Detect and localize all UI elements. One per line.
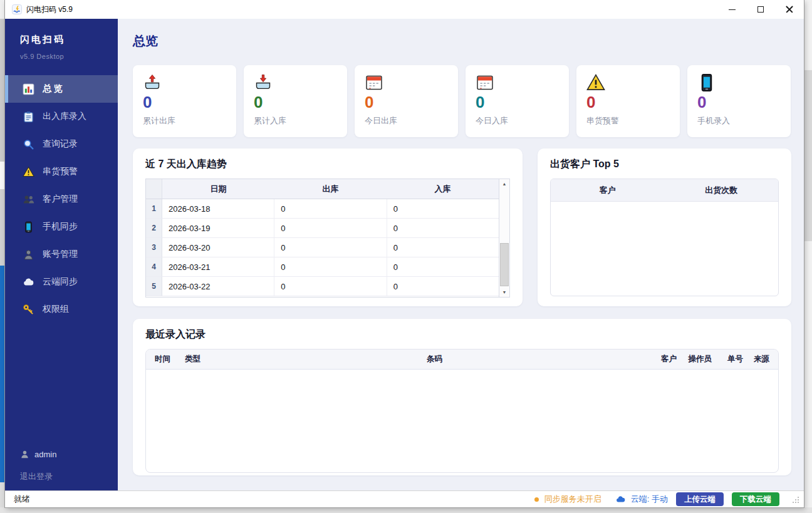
- table-row[interactable]: 52026-03-2200: [146, 277, 499, 296]
- stat-label: 今日入库: [476, 115, 559, 127]
- customers-icon: [23, 194, 34, 205]
- sidebar-item-label: 客户管理: [43, 194, 78, 205]
- current-user-name: admin: [34, 450, 56, 459]
- cell-out: 0: [274, 219, 387, 237]
- trend-col-in: 入库: [387, 184, 499, 195]
- sidebar-item-overview[interactable]: 总 览: [5, 75, 118, 103]
- warning-icon: [586, 73, 605, 92]
- sidebar-item-customers[interactable]: 客户管理: [5, 185, 118, 213]
- sync-status-dot-icon: [534, 497, 539, 502]
- sidebar-item-phone[interactable]: 手机同步: [5, 213, 118, 241]
- user-icon: [20, 450, 29, 459]
- row-index: 4: [146, 257, 162, 276]
- sidebar-item-cloud[interactable]: 云端同步: [5, 268, 118, 296]
- stat-card: 0今日出库: [355, 65, 458, 137]
- recent-col-time: 时间: [155, 354, 185, 365]
- cell-in: 0: [387, 257, 499, 276]
- table-row[interactable]: 42026-03-2100: [146, 257, 499, 277]
- upload-cloud-button[interactable]: 上传云端: [676, 492, 724, 506]
- entry-icon: [23, 111, 34, 123]
- row-index: 3: [146, 238, 162, 257]
- stat-label: 累计入库: [254, 115, 337, 127]
- top-col-count: 出货次数: [665, 185, 779, 196]
- cell-out: 0: [274, 199, 387, 218]
- tray-up-icon: [143, 73, 162, 92]
- stat-card: 0累计出库: [133, 65, 236, 137]
- background-strip-bottom: [0, 507, 812, 513]
- cell-in: 0: [387, 238, 499, 257]
- recent-records-table: 时间 类型 条码 客户 操作员 单号 来源: [145, 349, 779, 473]
- cloud-mode-text: 云端: 手动: [631, 494, 668, 505]
- resize-grip[interactable]: [790, 494, 800, 504]
- maximize-button[interactable]: [746, 0, 775, 19]
- recent-records-title: 最近录入记录: [145, 328, 779, 341]
- stat-label: 串货预警: [586, 115, 670, 127]
- status-ready: 就绪: [14, 494, 30, 505]
- sidebar-item-account[interactable]: 账号管理: [5, 241, 118, 268]
- stat-value: 0: [476, 93, 559, 111]
- cell-out: 0: [274, 238, 387, 257]
- logout-button[interactable]: 退出登录: [20, 471, 118, 482]
- sidebar-item-label: 云端同步: [43, 276, 78, 288]
- trend-col-index: [146, 179, 162, 199]
- maximize-icon: [757, 6, 764, 13]
- sidebar-item-label: 出入库录入: [43, 111, 86, 122]
- table-row[interactable]: 22026-03-1900: [146, 219, 499, 238]
- app-window: 闪电扫码 v5.9 闪电扫码 v5.9 Desktop 总 览出入库录入查询记录…: [5, 0, 804, 507]
- trend-panel-title: 近 7 天出入库趋势: [145, 158, 510, 171]
- cell-date: 2026-03-22: [162, 277, 274, 296]
- sidebar-item-search[interactable]: 查询记录: [5, 130, 118, 158]
- stat-value: 0: [254, 93, 337, 111]
- account-icon: [23, 249, 34, 261]
- stat-label: 累计出库: [143, 115, 226, 127]
- background-strip-left: [0, 162, 5, 189]
- table-row[interactable]: 12026-03-1800: [146, 199, 499, 219]
- row-index: 2: [146, 219, 162, 237]
- background-strip-left: [0, 19, 5, 162]
- scroll-down-icon[interactable]: ▼: [499, 288, 509, 297]
- sidebar-item-warning[interactable]: 串货预警: [5, 158, 118, 185]
- download-cloud-button[interactable]: 下载云端: [732, 492, 779, 506]
- scrollbar-thumb[interactable]: [500, 243, 509, 287]
- table-row[interactable]: 32026-03-2000: [146, 238, 499, 257]
- sidebar-brand: 闪电扫码 v5.9 Desktop: [5, 19, 118, 70]
- trend-table-body: 12026-03-180022026-03-190032026-03-20004…: [146, 199, 499, 297]
- close-button[interactable]: [775, 0, 804, 19]
- minimize-button[interactable]: [717, 0, 746, 19]
- trend-col-date: 日期: [162, 184, 274, 195]
- cell-date: 2026-03-20: [162, 238, 274, 257]
- warning-icon: [23, 166, 34, 178]
- trend-table-scrollbar[interactable]: ▲ ▼: [499, 179, 509, 297]
- background-strip-left: [0, 266, 5, 482]
- top-col-customer: 客户: [551, 185, 665, 196]
- search-icon: [23, 138, 34, 150]
- window-title: 闪电扫码 v5.9: [26, 4, 73, 15]
- trend-table: 日期 出库 入库 12026-03-180022026-03-190032026…: [145, 179, 510, 298]
- cell-in: 0: [387, 219, 499, 237]
- cell-in: 0: [387, 277, 499, 296]
- sidebar-item-label: 权限组: [43, 304, 69, 315]
- app-logo-icon: [12, 4, 22, 14]
- trend-col-out: 出库: [274, 184, 387, 195]
- row-index: 5: [146, 277, 162, 296]
- stat-card: 0串货预警: [576, 65, 680, 137]
- key-icon: [23, 304, 34, 316]
- sidebar-item-key[interactable]: 权限组: [5, 296, 118, 323]
- sidebar-item-label: 查询记录: [43, 138, 78, 150]
- cell-date: 2026-03-19: [162, 219, 274, 237]
- recent-col-type: 类型: [185, 354, 220, 365]
- statusbar: 就绪 同步服务未开启 云端: 手动 上传云端 下载云端: [5, 490, 804, 507]
- scroll-up-icon[interactable]: ▲: [499, 179, 509, 189]
- recent-col-customer: 客户: [649, 354, 677, 365]
- recent-col-order: 单号: [712, 354, 743, 365]
- recent-records-panel: 最近录入记录 时间 类型 条码 客户 操作员 单号 来源: [133, 319, 791, 475]
- trend-table-header: 日期 出库 入库: [146, 179, 509, 199]
- background-strip-right: [804, 70, 812, 241]
- stat-label: 手机录入: [697, 115, 781, 127]
- app-version: v5.9 Desktop: [20, 53, 118, 60]
- recent-col-operator: 操作员: [677, 354, 712, 365]
- sidebar-item-entry[interactable]: 出入库录入: [5, 103, 118, 130]
- cell-out: 0: [274, 257, 387, 276]
- stat-card: 0今日入库: [466, 65, 569, 137]
- top-customers-header: 客户 出货次数: [551, 179, 778, 202]
